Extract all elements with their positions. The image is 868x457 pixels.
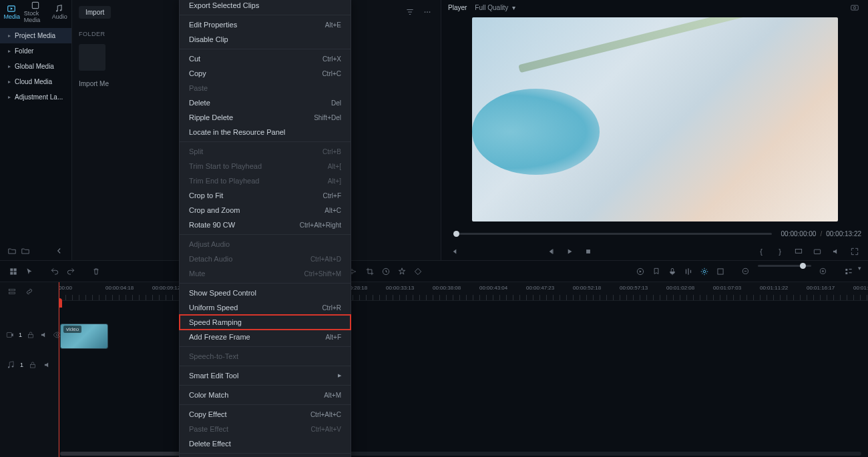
mute-track-icon[interactable]: [42, 358, 53, 372]
menu-item-export-selected-clips[interactable]: Export Selected Clips: [180, 0, 351, 13]
top-tabs: Media Stock Media Audio: [0, 0, 71, 24]
menu-item-uniform-speed[interactable]: Uniform SpeedCtrl+R: [180, 300, 351, 315]
video-preview[interactable]: [472, 17, 838, 221]
lock-icon[interactable]: [27, 358, 38, 372]
chevron-down-icon[interactable]: ▾: [858, 265, 861, 278]
link-icon[interactable]: [23, 285, 36, 298]
import-media-text[interactable]: Import Me: [79, 80, 109, 87]
sidebar-item-folder[interactable]: ▸Folder: [0, 43, 71, 59]
scrubber[interactable]: [453, 233, 772, 235]
mark-out-icon[interactable]: }: [773, 245, 787, 258]
mute-track-icon[interactable]: [39, 328, 49, 342]
svg-marker-1: [11, 7, 13, 10]
zoom-slider[interactable]: [758, 265, 811, 267]
scrubber-handle[interactable]: [453, 231, 459, 237]
tab-stock-media[interactable]: Stock Media: [24, 0, 48, 24]
cursor-icon[interactable]: [23, 265, 36, 278]
svg-rect-14: [10, 268, 13, 271]
tab-media[interactable]: Media: [0, 0, 24, 24]
audio-mix-icon[interactable]: [682, 265, 695, 278]
ruler-mark: 00:01:11:22: [760, 285, 788, 291]
marker-icon[interactable]: [650, 265, 663, 278]
collapse-sidebar-icon[interactable]: [53, 244, 66, 258]
screenshot-icon[interactable]: [811, 245, 824, 258]
more-icon[interactable]: [421, 5, 434, 19]
svg-rect-32: [9, 292, 15, 294]
svg-point-23: [703, 270, 706, 273]
tab-audio[interactable]: Audio: [47, 0, 71, 24]
layout-icon[interactable]: [7, 265, 20, 278]
menu-item-crop-to-fit[interactable]: Crop to FitCtrl+F: [180, 188, 351, 203]
playhead[interactable]: [59, 282, 59, 457]
mic-icon[interactable]: [666, 265, 679, 278]
play-icon[interactable]: [563, 245, 576, 258]
filter-icon[interactable]: [403, 5, 417, 19]
stop-icon[interactable]: [582, 245, 595, 258]
menu-item-copy-effect[interactable]: Copy EffectCtrl+Alt+C: [180, 407, 351, 422]
volume-icon[interactable]: [829, 245, 843, 258]
scrollbar-thumb[interactable]: [60, 452, 194, 456]
sidebar-item-cloud-media[interactable]: ▸Cloud Media: [0, 74, 71, 89]
crop-icon[interactable]: [363, 265, 377, 278]
menu-item-ripple-delete[interactable]: Ripple DeleteShift+Del: [180, 110, 351, 125]
menu-item-edit-properties[interactable]: Edit PropertiesAlt+E: [180, 17, 351, 32]
display-icon[interactable]: [792, 245, 805, 258]
menu-item-cut[interactable]: CutCtrl+X: [180, 51, 351, 66]
fullscreen-icon[interactable]: [848, 245, 861, 258]
video-clip[interactable]: video: [60, 324, 108, 349]
import-button[interactable]: Import: [79, 6, 111, 19]
time-duration: 00:00:13:22: [826, 230, 861, 238]
sidebar-item-adjustment-la-[interactable]: ▸Adjustment La...: [0, 89, 71, 105]
menu-item-crop-and-zoom[interactable]: Crop and ZoomAlt+C: [180, 203, 351, 217]
menu-item-smart-edit-tool[interactable]: Smart Edit Tool: [180, 368, 351, 383]
keyframe-icon[interactable]: [411, 265, 425, 278]
menu-item-copy[interactable]: CopyCtrl+C: [180, 66, 351, 81]
menu-item-locate-in-the-resource-panel[interactable]: Locate in the Resource Panel: [180, 125, 351, 139]
redo-icon[interactable]: [64, 265, 77, 278]
player-title: Player: [448, 4, 467, 11]
sidebar-item-global-media[interactable]: ▸Global Media: [0, 59, 71, 74]
undo-icon[interactable]: [48, 265, 61, 278]
menu-item-delete-effect[interactable]: Delete Effect: [180, 436, 351, 451]
folder-thumbnail[interactable]: [79, 44, 105, 71]
delete-icon[interactable]: [89, 265, 103, 278]
speed-icon[interactable]: [379, 265, 393, 278]
grid-icon[interactable]: [714, 265, 727, 278]
svg-point-9: [853, 7, 856, 9]
menu-item-color-match[interactable]: Color MatchAlt+M: [180, 388, 351, 402]
menu-item-show-speed-control[interactable]: Show Speed Control: [180, 286, 351, 300]
menu-item-delete[interactable]: DeleteDel: [180, 95, 351, 110]
menu-item-mute: MuteCtrl+Shift+M: [180, 266, 351, 281]
ruler-mark: 00:00:52:18: [573, 285, 601, 291]
menu-item-rotate-cw[interactable]: Rotate 90 CWCtrl+Alt+Right: [180, 217, 351, 232]
render-icon[interactable]: [634, 265, 647, 278]
chevron-right-icon: ▸: [8, 33, 11, 39]
quality-dropdown[interactable]: Full Quality ▾: [475, 4, 515, 11]
menu-item-speed-ramping[interactable]: Speed Ramping: [180, 315, 351, 330]
sidebar-item-project-media[interactable]: ▸Project Media: [0, 28, 71, 43]
zoom-out-icon[interactable]: [739, 265, 752, 278]
snapshot-icon[interactable]: [848, 1, 861, 14]
menu-item-add-freeze-frame[interactable]: Add Freeze FrameAlt+F: [180, 330, 351, 344]
zoom-in-icon[interactable]: [817, 265, 830, 278]
effects-icon[interactable]: [395, 265, 409, 278]
new-folder-icon[interactable]: [5, 244, 19, 258]
chevron-right-icon: ▸: [8, 79, 11, 85]
mark-in-icon[interactable]: {: [754, 245, 768, 258]
ruler-mark: 00:00:38:08: [433, 285, 461, 291]
lock-icon[interactable]: [26, 328, 35, 342]
play-backward-icon[interactable]: [544, 245, 558, 258]
ruler-mark: 00:00:43:04: [479, 285, 507, 291]
view-mode-icon[interactable]: [842, 265, 855, 278]
folder-icon[interactable]: [19, 244, 32, 258]
audio-track-header: 1: [0, 354, 58, 376]
track-add-icon[interactable]: [5, 285, 19, 298]
prev-frame-icon[interactable]: [448, 245, 461, 258]
ruler-mark: 00:00:57:13: [620, 285, 648, 291]
menu-item-disable-clip[interactable]: Disable Clip: [180, 32, 351, 47]
settings-icon[interactable]: [698, 265, 711, 278]
svg-point-6: [427, 11, 428, 13]
zoom-handle[interactable]: [800, 263, 806, 269]
stock-icon: [31, 1, 41, 9]
media-icon: [7, 4, 17, 12]
